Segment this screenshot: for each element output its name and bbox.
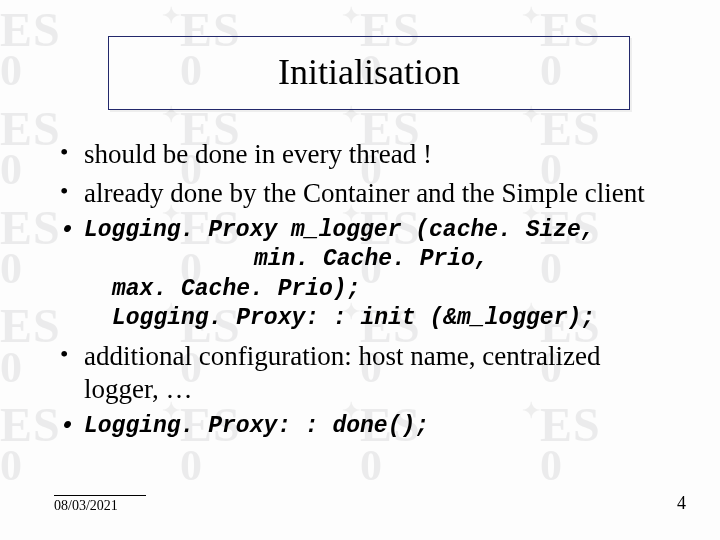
code-line: Logging. Proxy: : done(); [84, 413, 429, 439]
title-box: Initialisation [108, 36, 630, 110]
bullet-item-code: Logging. Proxy: : done(); [54, 412, 666, 441]
bullet-item: additional configuration: host name, cen… [54, 340, 666, 406]
code-line: Logging. Proxy m_logger (cache. Size, [84, 217, 595, 243]
bullet-item-code: Logging. Proxy m_logger (cache. Size, mi… [54, 216, 666, 334]
code-line: max. Cache. Prio); [84, 275, 666, 304]
slide-title: Initialisation [109, 51, 629, 93]
code-line: min. Cache. Prio, [84, 245, 666, 274]
slide-footer: 08/03/2021 4 [54, 493, 686, 514]
code-line: Logging. Proxy: : init (&m_logger); [84, 304, 666, 333]
footer-page-number: 4 [677, 493, 686, 514]
bullet-text: additional configuration: host name, cen… [84, 341, 601, 404]
slide-content: Initialisation should be done in every t… [0, 0, 720, 540]
bullet-list: should be done in every thread ! already… [54, 138, 666, 441]
bullet-text: should be done in every thread ! [84, 139, 432, 169]
footer-date: 08/03/2021 [54, 495, 146, 514]
bullet-item: already done by the Container and the Si… [54, 177, 666, 210]
bullet-item: should be done in every thread ! [54, 138, 666, 171]
bullet-text: already done by the Container and the Si… [84, 178, 645, 208]
